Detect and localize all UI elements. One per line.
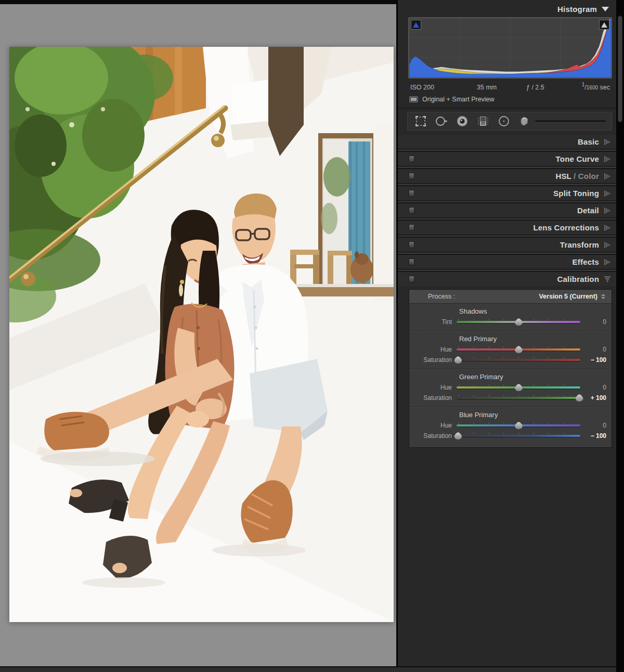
- crop-icon: [414, 115, 427, 127]
- panel-expanded-dots-icon: [604, 276, 611, 283]
- panel-collapsed-dots-icon: [604, 190, 611, 197]
- radial-filter-tool[interactable]: [497, 114, 511, 128]
- shadow-clipping-triangle-icon: [413, 22, 419, 28]
- panel-collapsed-dots-icon: [604, 138, 611, 146]
- panel-enable-toggle[interactable]: [409, 259, 414, 265]
- photo-scene: [9, 47, 394, 622]
- slider-value[interactable]: 0: [580, 422, 606, 429]
- graduated-filter-tool[interactable]: [476, 114, 490, 128]
- group-title: Blue Primary: [459, 411, 612, 419]
- slider-hue[interactable]: [457, 420, 580, 431]
- histogram-title: Histogram: [557, 5, 597, 14]
- slider-value[interactable]: 0: [580, 384, 606, 391]
- panel-enable-toggle[interactable]: [409, 207, 414, 214]
- slider-row-blue-primary-saturation: Saturation− 100: [409, 431, 612, 441]
- adjustment-brush-tool[interactable]: [517, 114, 531, 128]
- panel-label: Split Toning: [553, 189, 599, 198]
- preview-status-label: Original + Smart Preview: [422, 96, 495, 103]
- slider-track[interactable]: [457, 435, 580, 437]
- calibration-group-blue-primary: Blue PrimaryHue0Saturation− 100: [409, 407, 612, 444]
- tool-strip: [407, 112, 612, 131]
- foliage-sprig: [116, 55, 173, 101]
- panel-header-split-toning[interactable]: Split Toning: [398, 186, 616, 200]
- slider-saturation[interactable]: [457, 393, 580, 403]
- calibration-group-shadows: ShadowsTint0: [409, 304, 612, 330]
- histogram-plot: [409, 18, 611, 77]
- slider-row-blue-primary-hue: Hue0: [409, 420, 612, 431]
- process-version-value[interactable]: Version 5 (Current): [539, 293, 597, 300]
- crop-overlay-tool[interactable]: [413, 114, 427, 128]
- shutter-speed-value: 1/1600 sec: [582, 82, 611, 91]
- panel-header-detail[interactable]: Detail: [398, 203, 616, 217]
- panel-collapsed-dots-icon: [604, 173, 611, 180]
- calibration-group-red-primary: Red PrimaryHue0Saturation− 100: [409, 331, 612, 368]
- spot-removal-icon: [435, 114, 448, 128]
- panel-header-hsl-color[interactable]: HSL / Color: [398, 169, 616, 183]
- iso-value: ISO 200: [410, 84, 477, 91]
- shadow-clipping-indicator[interactable]: [411, 20, 421, 30]
- process-version-stepper-icon[interactable]: [601, 294, 605, 299]
- panel-header-transform[interactable]: Transform: [398, 238, 616, 252]
- photo-image[interactable]: [9, 47, 394, 622]
- process-version-row[interactable]: Process : Version 5 (Current): [409, 290, 612, 304]
- panel-scrollbar[interactable]: [616, 0, 624, 672]
- panel-label: HSL / Color: [555, 172, 599, 180]
- slider-value[interactable]: 0: [580, 318, 606, 326]
- slider-label: Tint: [415, 318, 452, 326]
- panel-header-effects[interactable]: Effects: [398, 255, 616, 269]
- slider-label: Hue: [415, 422, 452, 429]
- panel-label: Effects: [573, 257, 599, 266]
- histogram-panel-header[interactable]: Histogram: [398, 2, 616, 16]
- slider-tint[interactable]: [457, 317, 580, 327]
- group-title: Red Primary: [459, 335, 612, 343]
- slider-track[interactable]: [457, 397, 580, 399]
- panel-enable-toggle[interactable]: [409, 224, 414, 231]
- collapse-triangle-icon[interactable]: [602, 7, 609, 11]
- histogram[interactable]: [408, 17, 612, 79]
- slider-saturation[interactable]: [457, 355, 580, 365]
- smart-preview-status[interactable]: Original + Smart Preview: [409, 96, 611, 103]
- aperture-value: ƒ / 2.5: [526, 84, 582, 91]
- red-eye-icon: [456, 114, 469, 128]
- slider-value[interactable]: + 100: [580, 394, 606, 402]
- develop-right-panel: Histogram ISO 200 35 mm ƒ / 2.5 1/1600 s…: [396, 0, 616, 672]
- slider-row-green-primary-saturation: Saturation+ 100: [409, 393, 612, 403]
- slider-ticks: [459, 433, 578, 434]
- canvas-top-strip: [0, 0, 396, 4]
- slider-row-red-primary-hue: Hue0: [409, 344, 612, 355]
- panel-header-lens-corrections[interactable]: Lens Corrections: [398, 221, 616, 235]
- panel-enable-toggle[interactable]: [409, 173, 414, 179]
- image-canvas-area: [0, 0, 396, 672]
- slider-value[interactable]: − 100: [580, 356, 606, 364]
- panel-enable-toggle[interactable]: [409, 190, 414, 197]
- exif-metadata-row: ISO 200 35 mm ƒ / 2.5 1/1600 sec: [410, 82, 611, 91]
- slider-track[interactable]: [457, 359, 580, 361]
- red-eye-tool[interactable]: [455, 114, 469, 128]
- panel-header-tone-curve[interactable]: Tone Curve: [398, 152, 616, 166]
- panel-header-calibration[interactable]: Calibration: [398, 272, 616, 286]
- panel-label: Lens Corrections: [533, 223, 599, 232]
- slider-hue[interactable]: [457, 382, 580, 393]
- panel-label: Calibration: [557, 275, 599, 283]
- slider-ticks: [459, 395, 578, 396]
- panel-label: Transform: [560, 240, 599, 249]
- highlight-clipping-indicator[interactable]: [599, 20, 609, 30]
- slider-value[interactable]: − 100: [580, 432, 606, 440]
- panel-header-basic[interactable]: Basic: [398, 135, 616, 149]
- spot-removal-tool[interactable]: [434, 114, 448, 128]
- panel-enable-toggle[interactable]: [409, 156, 414, 162]
- calibration-panel: Process : Version 5 (Current) ShadowsTin…: [409, 289, 612, 448]
- slider-hue[interactable]: [457, 344, 580, 355]
- adjustment-brush-icon: [518, 114, 531, 128]
- panel-collapsed-dots-icon: [604, 156, 611, 163]
- graduated-filter-icon: [477, 115, 489, 127]
- slider-value[interactable]: 0: [580, 346, 606, 353]
- panel-enable-toggle[interactable]: [409, 276, 414, 282]
- panel-enable-toggle[interactable]: [409, 241, 414, 248]
- panel-header-list: BasicTone CurveHSL / ColorSplit ToningDe…: [398, 135, 616, 286]
- highlight-clipping-triangle-icon: [601, 22, 607, 28]
- slider-label: Saturation: [415, 432, 452, 440]
- scrollbar-thumb[interactable]: [618, 16, 622, 122]
- panel-collapsed-dots-icon: [604, 241, 611, 249]
- slider-saturation[interactable]: [457, 431, 580, 441]
